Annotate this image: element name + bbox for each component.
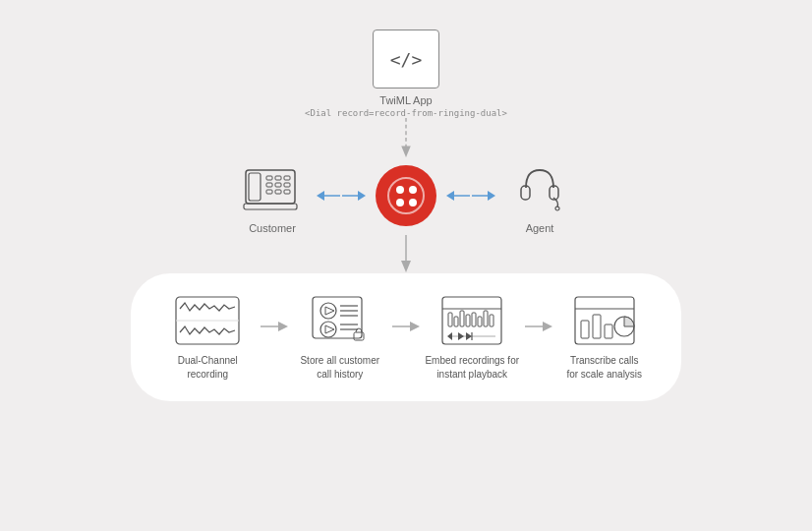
svg-rect-4 <box>266 176 272 180</box>
svg-rect-10 <box>266 190 272 194</box>
agent-icon <box>505 157 574 216</box>
step-transcribe-icon <box>570 294 639 348</box>
twiml-label: TwiML App <box>379 94 432 106</box>
svg-marker-57 <box>466 332 472 340</box>
svg-marker-43 <box>410 322 420 331</box>
svg-marker-60 <box>543 322 552 331</box>
arrow-step-1-2 <box>261 317 288 339</box>
svg-marker-26 <box>401 261 411 272</box>
svg-rect-12 <box>284 190 290 194</box>
dot-4 <box>409 199 417 206</box>
bottom-card: Dual-Channelrecording <box>131 273 681 401</box>
svg-rect-51 <box>478 317 482 326</box>
step-dual-channel-icon <box>173 294 242 348</box>
central-circle-inner <box>387 177 425 214</box>
svg-marker-18 <box>446 191 454 201</box>
arrow-twiml-to-middle <box>399 118 413 157</box>
customer-icon <box>238 157 307 216</box>
svg-marker-30 <box>278 322 288 331</box>
svg-rect-11 <box>275 190 281 194</box>
svg-rect-50 <box>472 313 476 326</box>
svg-marker-17 <box>358 191 366 201</box>
svg-rect-63 <box>581 321 589 338</box>
svg-rect-46 <box>448 313 452 326</box>
svg-marker-38 <box>325 325 334 333</box>
main-container: </> TwiML App <Dial record=record-from-r… <box>0 0 812 531</box>
dot-2 <box>409 186 417 194</box>
svg-marker-55 <box>447 332 452 340</box>
step-store-history: Store all customercall history <box>288 294 393 382</box>
svg-marker-1 <box>401 147 411 157</box>
twiml-box: </> <box>373 30 439 88</box>
step-embed-recordings-icon <box>437 294 506 348</box>
svg-rect-47 <box>454 317 458 326</box>
arrow-step-3-4 <box>525 317 552 339</box>
step-embed-recordings: Embed recordings forinstant playback <box>420 294 525 382</box>
svg-rect-6 <box>284 176 290 180</box>
agent-block: Agent <box>495 157 584 234</box>
step-transcribe: Transcribe callsfor scale analysis <box>552 294 658 382</box>
svg-rect-8 <box>275 183 281 187</box>
arrow-step-2-3 <box>392 317 420 339</box>
middle-row: Customer <box>228 157 584 234</box>
step-store-history-icon <box>306 294 375 348</box>
arrow-middle-to-bottom <box>399 234 413 273</box>
step-transcribe-label: Transcribe callsfor scale analysis <box>566 354 642 382</box>
svg-rect-65 <box>605 324 612 338</box>
dot-1 <box>396 186 404 194</box>
arrow-customer-central <box>317 186 366 206</box>
step-dual-channel: Dual-Channelrecording <box>155 294 261 382</box>
step-embed-recordings-label: Embed recordings forinstant playback <box>425 354 519 382</box>
svg-marker-56 <box>458 332 464 340</box>
svg-rect-5 <box>275 176 281 180</box>
svg-rect-3 <box>249 173 261 201</box>
step-store-history-label: Store all customercall history <box>300 354 379 382</box>
svg-rect-49 <box>466 315 470 326</box>
svg-rect-64 <box>593 315 601 338</box>
svg-rect-22 <box>521 186 530 200</box>
twiml-section: </> TwiML App <Dial record=record-from-r… <box>305 30 507 118</box>
central-circle <box>376 165 436 226</box>
svg-marker-33 <box>325 307 334 315</box>
dot-3 <box>396 199 404 206</box>
svg-marker-21 <box>488 191 495 201</box>
svg-rect-52 <box>484 311 488 326</box>
svg-rect-13 <box>244 204 297 209</box>
agent-label: Agent <box>526 222 554 234</box>
svg-rect-7 <box>266 183 272 187</box>
svg-rect-48 <box>460 311 464 326</box>
customer-block: Customer <box>228 157 317 234</box>
svg-rect-9 <box>284 183 290 187</box>
svg-marker-14 <box>317 191 324 201</box>
twiml-code-text: <Dial record=record-from-ringing-dual> <box>305 108 507 118</box>
four-dots <box>396 186 417 206</box>
step-dual-channel-label: Dual-Channelrecording <box>178 354 238 382</box>
customer-label: Customer <box>249 222 296 234</box>
svg-rect-53 <box>490 315 493 326</box>
twiml-code-icon: </> <box>390 49 423 70</box>
arrow-central-agent <box>446 186 495 206</box>
